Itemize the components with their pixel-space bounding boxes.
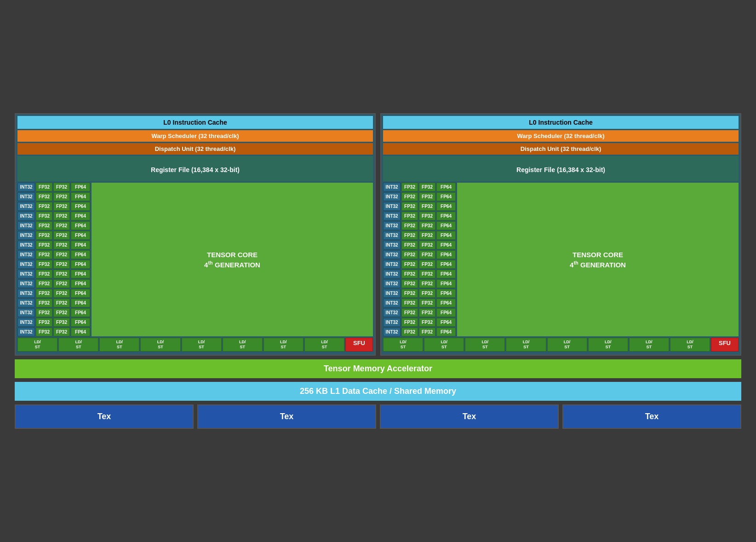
l0-cache-right: L0 Instruction Cache [383,116,739,129]
sm-block-left: L0 Instruction Cache Warp Scheduler (32 … [15,113,376,356]
int-fp-grid-left: INT32FP32FP32FP64 INT32FP32FP32FP64 INT3… [17,183,90,336]
tex-box-3: Tex [562,404,741,429]
gpu-diagram: L0 Instruction Cache Warp Scheduler (32 … [10,109,746,433]
l0-cache-left: L0 Instruction Cache [17,116,373,129]
tensor-core-left: TENSOR CORE 4th GENERATION [92,183,373,336]
sm-pair: L0 Instruction Cache Warp Scheduler (32 … [15,113,741,356]
dispatch-unit-left: Dispatch Unit (32 thread/clk) [17,143,373,155]
tensor-core-label-left: TENSOR CORE 4th GENERATION [204,250,260,270]
register-file-left: Register File (16,384 x 32-bit) [17,156,373,181]
execution-area-right: INT32FP32FP32FP64 INT32FP32FP32FP64 INT3… [383,183,739,336]
ldst-row-left: LD/ST LD/ST LD/ST LD/ST LD/ST LD/ST LD/S… [17,338,373,352]
int-fp-grid-right: INT32FP32FP32FP64 INT32FP32FP32FP64 INT3… [383,183,456,336]
tma-bar: Tensor Memory Accelerator [15,359,741,378]
tex-box-1: Tex [197,404,376,429]
execution-area-left: INT32FP32FP32FP64 INT32FP32FP32FP64 INT3… [17,183,373,336]
l1-cache-bar: 256 KB L1 Data Cache / Shared Memory [15,382,741,401]
tensor-core-right: TENSOR CORE 4th GENERATION [457,183,739,336]
sfu-left: SFU [345,338,373,352]
ldst-row-right: LD/ST LD/ST LD/ST LD/ST LD/ST LD/ST LD/S… [383,338,739,352]
dispatch-unit-right: Dispatch Unit (32 thread/clk) [383,143,739,155]
tex-box-2: Tex [380,404,559,429]
tensor-core-label-right: TENSOR CORE 4th GENERATION [570,250,626,270]
tex-row: Tex Tex Tex Tex [15,404,741,429]
warp-scheduler-left: Warp Scheduler (32 thread/clk) [17,130,373,142]
sfu-right: SFU [711,338,739,352]
register-file-right: Register File (16,384 x 32-bit) [383,156,739,181]
sm-block-right: L0 Instruction Cache Warp Scheduler (32 … [380,113,741,356]
tex-box-0: Tex [15,404,194,429]
warp-scheduler-right: Warp Scheduler (32 thread/clk) [383,130,739,142]
